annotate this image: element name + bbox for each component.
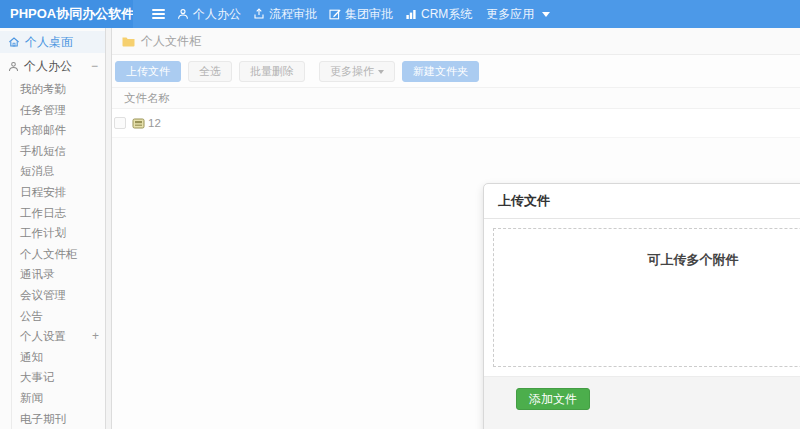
nav-more-apps[interactable]: 更多应用 bbox=[486, 6, 550, 23]
select-all-button[interactable]: 全选 bbox=[188, 61, 232, 82]
sidebar-item-notification[interactable]: 通知 bbox=[12, 347, 105, 368]
breadcrumb-label: 个人文件柜 bbox=[141, 33, 201, 50]
sidebar-item-label: 大事记 bbox=[20, 367, 55, 388]
sidebar-item-task-management[interactable]: 任务管理 bbox=[12, 100, 105, 121]
modal-footer: 添加文件 bbox=[484, 376, 800, 429]
caret-down-icon bbox=[378, 70, 384, 74]
sidebar-item-memorabilia[interactable]: 大事记 bbox=[12, 367, 105, 388]
dropzone-hint: 可上传多个附件 bbox=[648, 252, 739, 267]
sidebar-item-contacts[interactable]: 通讯录 bbox=[12, 264, 105, 285]
batch-delete-button[interactable]: 批量删除 bbox=[239, 61, 305, 82]
sidebar-item-meeting-management[interactable]: 会议管理 bbox=[12, 285, 105, 306]
nav-personal-office[interactable]: 个人办公 bbox=[177, 6, 241, 23]
sidebar-section-label: 个人办公 bbox=[24, 58, 72, 75]
sidebar-item-work-log[interactable]: 工作日志 bbox=[12, 203, 105, 224]
folder-drawer-icon bbox=[132, 118, 145, 129]
sidebar-item-personal-settings[interactable]: 个人设置 + bbox=[12, 326, 105, 347]
person-icon bbox=[8, 61, 19, 72]
modal-body: 可上传多个附件 bbox=[484, 219, 800, 376]
sidebar-item-news[interactable]: 新闻 bbox=[12, 388, 105, 409]
upload-icon bbox=[253, 8, 265, 20]
table-header-file-name: 文件名称 bbox=[112, 87, 800, 109]
sidebar-submenu: 我的考勤 任务管理 内部邮件 手机短信 短消息 日程安排 工作日志 工作计划 个… bbox=[11, 79, 105, 429]
sidebar-item-label: 个人桌面 bbox=[25, 34, 73, 51]
file-name: 12 bbox=[148, 117, 161, 129]
row-checkbox[interactable] bbox=[114, 117, 126, 129]
sidebar-item-announcement[interactable]: 公告 bbox=[12, 306, 105, 327]
edit-icon bbox=[329, 8, 341, 20]
sidebar-item-label: 新闻 bbox=[20, 388, 43, 409]
sidebar-item-label: 公告 bbox=[20, 306, 43, 327]
user-icon bbox=[177, 8, 189, 20]
table-row[interactable]: 12 bbox=[112, 109, 800, 138]
upload-dropzone[interactable]: 可上传多个附件 bbox=[493, 228, 800, 367]
sidebar-item-personal-file-cabinet[interactable]: 个人文件柜 bbox=[12, 244, 105, 265]
sidebar-item-my-attendance[interactable]: 我的考勤 bbox=[12, 79, 105, 100]
breadcrumb: 个人文件柜 bbox=[112, 28, 800, 55]
app-logo: PHPOA协同办公软件 bbox=[0, 0, 133, 28]
sidebar-item-label: 通讯录 bbox=[20, 264, 55, 285]
sidebar-item-label: 工作计划 bbox=[20, 223, 66, 244]
nav-label: 更多应用 bbox=[486, 6, 534, 23]
modal-title: 上传文件 bbox=[484, 184, 800, 219]
sidebar-item-label: 电子期刊 bbox=[20, 409, 66, 429]
app-window: PHPOA协同办公软件 个人办公 流程审批 集团审批 CRM系统 更多应用 个人… bbox=[0, 0, 800, 429]
sidebar-item-label: 通知 bbox=[20, 347, 43, 368]
sidebar-item-label: 工作日志 bbox=[20, 203, 66, 224]
sidebar-item-label: 日程安排 bbox=[20, 182, 66, 203]
folder-icon bbox=[122, 36, 135, 47]
more-actions-label: 更多操作 bbox=[330, 62, 374, 81]
new-folder-button[interactable]: 新建文件夹 bbox=[402, 61, 479, 82]
sidebar-item-label: 手机短信 bbox=[20, 141, 66, 162]
sidebar-item-label: 短消息 bbox=[20, 161, 55, 182]
nav-group-approval[interactable]: 集团审批 bbox=[329, 6, 393, 23]
more-actions-button[interactable]: 更多操作 bbox=[319, 61, 395, 82]
sidebar-item-label: 会议管理 bbox=[20, 285, 66, 306]
sidebar-item-label: 个人设置 bbox=[20, 326, 66, 347]
nav-label: 集团审批 bbox=[345, 6, 393, 23]
nav-workflow-approval[interactable]: 流程审批 bbox=[253, 6, 317, 23]
nav-label: CRM系统 bbox=[421, 6, 472, 23]
nav-crm-system[interactable]: CRM系统 bbox=[405, 6, 472, 23]
home-icon bbox=[8, 36, 20, 48]
upload-file-button[interactable]: 上传文件 bbox=[115, 61, 181, 82]
sidebar-item-schedule[interactable]: 日程安排 bbox=[12, 182, 105, 203]
sidebar-item-mobile-sms[interactable]: 手机短信 bbox=[12, 141, 105, 162]
sidebar-item-label: 我的考勤 bbox=[20, 79, 66, 100]
bar-chart-icon bbox=[405, 8, 417, 20]
sidebar-item-work-plan[interactable]: 工作计划 bbox=[12, 223, 105, 244]
nav-label: 个人办公 bbox=[193, 6, 241, 23]
toolbar: 上传文件 全选 批量删除 更多操作 新建文件夹 bbox=[112, 55, 800, 87]
caret-down-icon bbox=[542, 12, 550, 17]
topbar: PHPOA协同办公软件 个人办公 流程审批 集团审批 CRM系统 更多应用 bbox=[0, 0, 800, 28]
sidebar-section-personal-office[interactable]: 个人办公 − bbox=[0, 53, 105, 79]
sidebar-scrollbar[interactable] bbox=[105, 28, 112, 429]
upload-modal: 上传文件 可上传多个附件 添加文件 bbox=[483, 183, 800, 429]
expand-plus-icon[interactable]: + bbox=[92, 326, 99, 347]
sidebar: 个人桌面 个人办公 − 我的考勤 任务管理 内部邮件 手机短信 短消息 日程安排… bbox=[0, 28, 105, 429]
nav-label: 流程审批 bbox=[269, 6, 317, 23]
sidebar-item-e-journal[interactable]: 电子期刊 bbox=[12, 409, 105, 429]
sidebar-item-label: 内部邮件 bbox=[20, 120, 66, 141]
hamburger-icon[interactable] bbox=[152, 9, 165, 19]
sidebar-item-personal-desktop[interactable]: 个人桌面 bbox=[0, 31, 105, 53]
sidebar-item-label: 个人文件柜 bbox=[20, 244, 78, 265]
sidebar-item-short-message[interactable]: 短消息 bbox=[12, 161, 105, 182]
sidebar-item-label: 任务管理 bbox=[20, 100, 66, 121]
add-file-button[interactable]: 添加文件 bbox=[516, 388, 590, 410]
collapse-minus-icon[interactable]: − bbox=[91, 59, 98, 73]
sidebar-item-internal-mail[interactable]: 内部邮件 bbox=[12, 120, 105, 141]
